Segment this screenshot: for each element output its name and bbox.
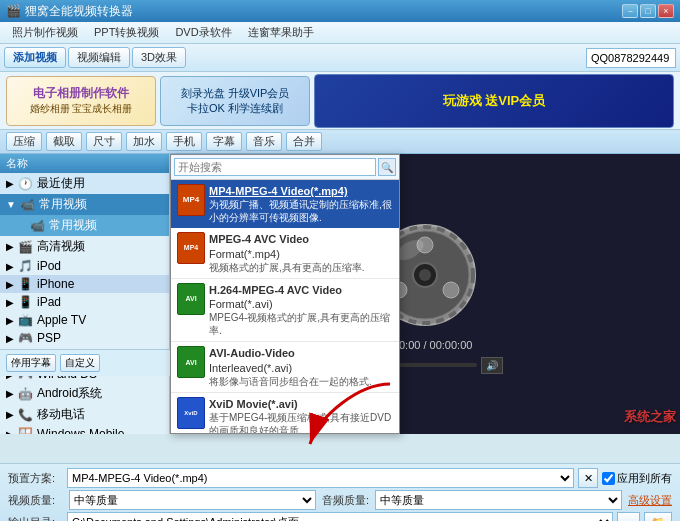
ad-game[interactable]: 玩游戏 送VIP会员 <box>314 74 674 128</box>
format-dropdown: 🔍 MP4 MP4-MPEG-4 Video(*.mp4) 为视频广播、视频通讯… <box>170 154 400 434</box>
stop-subtitle-btn[interactable]: 停用字幕 <box>6 354 56 372</box>
ads-bar: 电子相册制作软件 婚纱相册 宝宝成长相册 刻录光盘 升级VIP会员 卡拉OK 利… <box>0 72 680 130</box>
video-quality-label: 视频质量: <box>8 493 63 508</box>
appletv-icon: 📺 <box>18 313 33 327</box>
video-edit-button[interactable]: 视频编辑 <box>68 47 130 68</box>
video-quality-select[interactable]: 中等质量 <box>69 490 316 510</box>
tree-common-video[interactable]: ▼ 📹 常用视频 <box>0 194 169 215</box>
menu-bar: 照片制作视频 PPT转换视频 DVD录软件 连窗苹果助手 <box>0 22 680 44</box>
title-bar: 🎬 狸窝全能视频转换器 － □ × <box>0 0 680 22</box>
tree-mobile[interactable]: ▶ 📞 移动电话 <box>0 404 169 425</box>
ad-software[interactable]: 电子相册制作软件 婚纱相册 宝宝成长相册 <box>6 76 156 126</box>
bottom-controls: 预置方案: MP4-MPEG-4 Video(*.mp4) ✕ 应用到所有 视频… <box>0 463 680 521</box>
tree-iphone[interactable]: ▶ 📱 iPhone <box>0 275 169 293</box>
title-buttons: － □ × <box>622 4 674 18</box>
output-path-select[interactable]: C:\Documents and Settings\Administrator\… <box>67 512 613 521</box>
recent-icon: 🕐 <box>18 177 33 191</box>
search-button[interactable]: 🔍 <box>378 158 396 176</box>
app-title: 狸窝全能视频转换器 <box>25 3 622 20</box>
custom-btn[interactable]: 自定义 <box>60 354 100 372</box>
format-search[interactable] <box>174 158 376 176</box>
format-xvid[interactable]: XviD XviD Movie(*.avi) 基于MPEG4-视频压缩格式,具有… <box>171 393 399 434</box>
mobile-icon: 📞 <box>18 408 33 422</box>
preset-clear-btn[interactable]: ✕ <box>578 468 598 488</box>
ad-dvd-line2: 卡拉OK 利学连续剧 <box>181 101 290 116</box>
main-content: 名称 ▶ 🕐 最近使用 ▼ 📹 常用视频 📹 常用视频 ▶ 🎬 高清视频 <box>0 154 680 434</box>
apply-all-check[interactable] <box>602 472 615 485</box>
main-toolbar: 添加视频 视频编辑 3D效果 <box>0 44 680 72</box>
ad-software-line1: 电子相册制作软件 <box>30 85 133 102</box>
preset-select[interactable]: MP4-MPEG-4 Video(*.mp4) <box>67 468 574 488</box>
open-folder-button[interactable]: 📁 <box>644 512 672 521</box>
format-avi[interactable]: AVI AVI-Audio-Video Interleaved(*.avi) 将… <box>171 342 399 393</box>
audio-btn[interactable]: 音乐 <box>246 132 282 151</box>
preset-label: 预置方案: <box>8 471 63 486</box>
tree-recent[interactable]: ▶ 🕐 最近使用 <box>0 173 169 194</box>
winmobile-icon: 🪟 <box>18 427 33 434</box>
app-icon: 🎬 <box>6 4 21 18</box>
iphone-icon: 📱 <box>18 277 33 291</box>
tree-hd-video[interactable]: ▶ 🎬 高清视频 <box>0 236 169 257</box>
tree-psp[interactable]: ▶ 🎮 PSP <box>0 329 169 347</box>
volume-button[interactable]: 🔊 <box>481 357 503 374</box>
tree-appletv[interactable]: ▶ 📺 Apple TV <box>0 311 169 329</box>
maximize-button[interactable]: □ <box>640 4 656 18</box>
format-mpeg4-avc[interactable]: MP4 MPEG-4 AVC Video Format(*.mp4) 视频格式的… <box>171 228 399 279</box>
common-video2-icon: 📹 <box>30 219 45 233</box>
audio-quality-label: 音频质量: <box>322 493 369 508</box>
hd-video-icon: 🎬 <box>18 240 33 254</box>
output-label: 输出目录: <box>8 515 63 522</box>
subtitle-btn[interactable]: 字幕 <box>206 132 242 151</box>
toolbar2: 压缩 截取 尺寸 加水 手机 字幕 音乐 合并 <box>0 130 680 154</box>
minimize-button[interactable]: － <box>622 4 638 18</box>
phone-input[interactable] <box>586 48 676 68</box>
cut-btn[interactable]: 截取 <box>46 132 82 151</box>
ad-dvd[interactable]: 刻录光盘 升级VIP会员 卡拉OK 利学连续剧 <box>160 76 310 126</box>
compress-btn[interactable]: 压缩 <box>6 132 42 151</box>
menu-photo[interactable]: 照片制作视频 <box>4 23 86 42</box>
apply-all-label: 应用到所有 <box>617 471 672 486</box>
menu-ppt[interactable]: PPT转换视频 <box>86 23 167 42</box>
tree-common-video2[interactable]: 📹 常用视频 <box>0 215 169 236</box>
ipad-icon: 📱 <box>18 295 33 309</box>
android-icon: 🤖 <box>18 387 33 401</box>
close-button[interactable]: × <box>658 4 674 18</box>
effects-3d-button[interactable]: 3D效果 <box>132 47 186 68</box>
watermark: 系统之家 <box>624 408 676 426</box>
ipod-icon: 🎵 <box>18 259 33 273</box>
audio-quality-select[interactable]: 中等质量 <box>375 490 622 510</box>
left-panel-header: 名称 <box>0 154 169 173</box>
psp-icon: 🎮 <box>18 331 33 345</box>
tree-ipad[interactable]: ▶ 📱 iPad <box>0 293 169 311</box>
browse-button[interactable]: ... <box>617 512 640 521</box>
add-btn[interactable]: 加水 <box>126 132 162 151</box>
menu-dvd[interactable]: DVD录软件 <box>167 23 239 42</box>
common-video-icon: 📹 <box>20 198 35 212</box>
add-video-button[interactable]: 添加视频 <box>4 47 66 68</box>
format-mp4-mpeg4[interactable]: MP4 MP4-MPEG-4 Video(*.mp4) 为视频广播、视频通讯定制… <box>171 180 399 228</box>
tree-ipod[interactable]: ▶ 🎵 iPod <box>0 257 169 275</box>
phone-btn[interactable]: 手机 <box>166 132 202 151</box>
svg-point-6 <box>443 282 459 298</box>
ad-game-text: 玩游戏 送VIP会员 <box>443 92 546 110</box>
format-h264[interactable]: AVI H.264-MPEG-4 AVC Video Format(*.avi)… <box>171 279 399 343</box>
tree-winmobile[interactable]: ▶ 🪟 Windows Mobile <box>0 425 169 434</box>
menu-apple[interactable]: 连窗苹果助手 <box>240 23 322 42</box>
resize-btn[interactable]: 尺寸 <box>86 132 122 151</box>
crop-btn[interactable]: 合并 <box>286 132 322 151</box>
svg-point-4 <box>419 269 431 281</box>
ad-software-line2: 婚纱相册 宝宝成长相册 <box>30 102 133 116</box>
advanced-link[interactable]: 高级设置 <box>628 493 672 508</box>
ad-dvd-line1: 刻录光盘 升级VIP会员 <box>181 86 290 101</box>
tree-android[interactable]: ▶ 🤖 Android系统 <box>0 383 169 404</box>
left-panel: 名称 ▶ 🕐 最近使用 ▼ 📹 常用视频 📹 常用视频 ▶ 🎬 高清视频 <box>0 154 170 434</box>
